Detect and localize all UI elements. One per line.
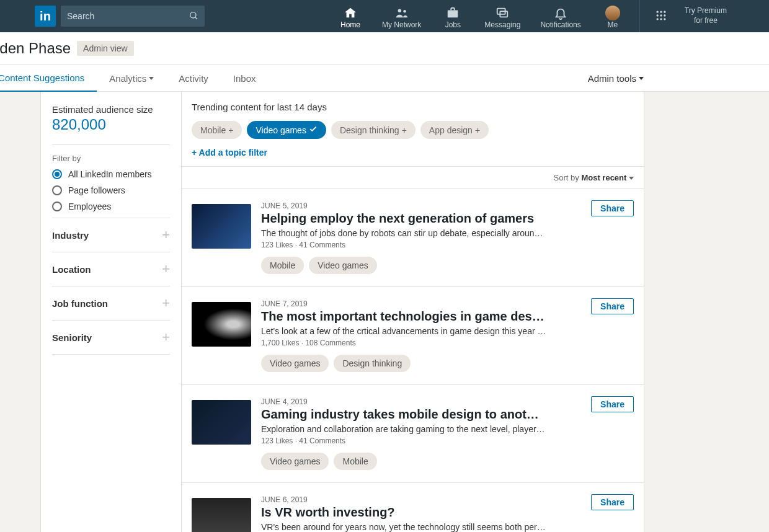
article-date: JUNE 4, 2019 [261, 397, 634, 406]
global-nav: in Home My Network Jobs Messaging [0, 0, 769, 32]
article-title[interactable]: The most important technologies in game … [261, 309, 546, 324]
share-button[interactable]: Share [591, 494, 634, 510]
filter-by-label: Filter by [52, 144, 170, 163]
admin-tools-dropdown[interactable]: Admin tools [588, 73, 647, 84]
article-title[interactable]: Gaming industry takes mobile design to a… [261, 407, 546, 422]
svg-point-8 [660, 11, 662, 12]
article-date: JUNE 7, 2019 [261, 299, 634, 308]
topic-pill-app-design[interactable]: App design + [420, 121, 489, 139]
nav-label: Messaging [484, 20, 520, 29]
article-tags: MobileVideo games [261, 257, 634, 274]
sort-bar[interactable]: Sort by Most recent [182, 166, 644, 188]
company-name: Golden Phase [0, 40, 71, 57]
svg-point-2 [398, 9, 401, 12]
article-thumbnail[interactable] [192, 302, 251, 347]
admin-tools-label: Admin tools [588, 73, 636, 84]
svg-line-1 [195, 17, 197, 19]
nav-messaging[interactable]: Messaging [474, 3, 530, 29]
tab-content-suggestions[interactable]: Content Suggestions [0, 65, 97, 92]
search-box[interactable] [61, 6, 205, 27]
article-card: JUNE 7, 2019 The most important technolo… [182, 286, 644, 384]
search-input[interactable] [67, 11, 189, 21]
briefcase-icon [446, 6, 460, 20]
plus-icon: + [402, 125, 407, 135]
article-tag: Mobile [261, 257, 304, 274]
article-tag: Design thinking [334, 355, 411, 372]
article-tag: Video games [261, 453, 329, 470]
svg-point-7 [656, 11, 658, 12]
filters-sidebar: Estimated audience size 820,000 Filter b… [40, 92, 182, 532]
trending-label: Trending content for last 14 days [192, 102, 634, 112]
article-excerpt: Let's look at a few of the crtical advan… [261, 326, 546, 336]
share-button[interactable]: Share [591, 298, 634, 314]
nav-jobs[interactable]: Jobs [431, 3, 474, 29]
article-date: JUNE 5, 2019 [261, 202, 634, 210]
nav-home[interactable]: Home [329, 3, 372, 29]
filter-radio-1[interactable]: Page followers [52, 185, 170, 195]
svg-rect-4 [448, 10, 458, 17]
share-button[interactable]: Share [591, 396, 634, 412]
share-button[interactable]: Share [591, 200, 634, 216]
admin-view-badge: Admin view [77, 41, 134, 56]
article-thumbnail[interactable] [192, 498, 251, 532]
article-thumbnail[interactable] [192, 400, 251, 445]
nav-network[interactable]: My Network [372, 3, 431, 29]
filter-section-label: Industry [52, 230, 89, 241]
svg-point-0 [190, 12, 196, 17]
article-card: JUNE 6, 2019 Is VR worth investing? VR's… [182, 482, 644, 532]
plus-icon: + [162, 295, 170, 311]
tab-inbox[interactable]: Inbox [233, 66, 269, 91]
plus-icon: + [228, 125, 233, 135]
topic-pill-mobile[interactable]: Mobile + [192, 121, 242, 139]
filter-section-label: Job function [52, 298, 108, 309]
nav-items: Home My Network Jobs Messaging Notificat… [329, 3, 634, 29]
bell-icon [554, 6, 567, 20]
filter-section-industry[interactable]: Industry+ [52, 218, 170, 252]
sort-value: Most recent [581, 173, 626, 182]
article-card: JUNE 5, 2019 Helping employ the next gen… [182, 188, 644, 286]
chat-icon [496, 6, 509, 20]
check-icon [309, 125, 318, 135]
pill-label: Video games [256, 125, 306, 135]
tab-analytics[interactable]: Analytics [109, 66, 166, 91]
topic-pill-video-games[interactable]: Video games [247, 121, 326, 139]
article-meta: 123 Likes · 41 Comments [261, 437, 634, 445]
article-title[interactable]: Helping employ the next generation of ga… [261, 211, 546, 226]
try-premium-link[interactable]: Try Premium for free [677, 6, 734, 25]
svg-point-3 [403, 10, 406, 13]
svg-point-11 [660, 14, 662, 16]
search-icon [189, 11, 198, 22]
topic-pill-design-thinking[interactable]: Design thinking + [331, 121, 416, 139]
add-topic-filter[interactable]: + Add a topic filter [192, 148, 634, 157]
radio-icon [52, 202, 62, 211]
nav-separator [639, 0, 640, 32]
filter-section-seniority[interactable]: Seniority+ [52, 320, 170, 355]
filter-radio-2[interactable]: Employees [52, 202, 170, 211]
article-tag: Video games [261, 355, 329, 372]
radio-label: Employees [68, 202, 111, 211]
nav-me[interactable]: Me [591, 3, 634, 29]
filter-radio-0[interactable]: All LinkedIn members [52, 169, 170, 179]
article-thumbnail[interactable] [192, 204, 251, 249]
radio-icon [52, 185, 62, 195]
article-meta: 123 Likes · 41 Comments [261, 241, 634, 249]
audience-label: Estimated audience size [52, 104, 170, 115]
topic-pills: Mobile +Video games Design thinking +App… [192, 121, 634, 139]
pill-label: Mobile [200, 125, 226, 135]
article-tags: Video gamesMobile [261, 453, 634, 470]
filter-section-job-function[interactable]: Job function+ [52, 286, 170, 320]
filter-section-location[interactable]: Location+ [52, 252, 170, 286]
nav-notifications[interactable]: Notifications [530, 3, 590, 29]
premium-line2: for free [694, 16, 718, 26]
article-date: JUNE 6, 2019 [261, 495, 634, 504]
tab-activity[interactable]: Activity [179, 66, 221, 91]
linkedin-logo[interactable]: in [35, 6, 56, 27]
audience-value: 820,000 [52, 116, 170, 133]
home-icon [344, 6, 357, 20]
article-excerpt: VR's been around for years now, yet the … [261, 522, 546, 532]
people-icon [395, 6, 409, 20]
avatar-icon [605, 6, 620, 20]
article-title[interactable]: Is VR worth investing? [261, 505, 546, 520]
apps-grid-icon[interactable] [645, 9, 677, 24]
plus-icon: + [475, 125, 480, 135]
